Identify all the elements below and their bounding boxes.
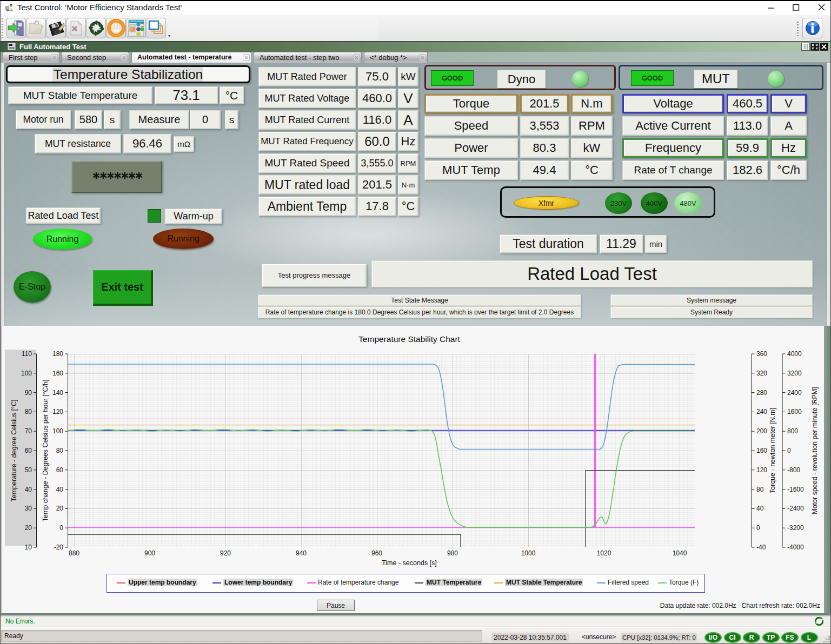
svg-text:70: 70 bbox=[25, 427, 32, 435]
svg-text:320: 320 bbox=[756, 370, 767, 377]
svg-text:800: 800 bbox=[787, 427, 798, 435]
svg-text:1020: 1020 bbox=[597, 549, 611, 557]
svg-text:40: 40 bbox=[756, 505, 764, 512]
svg-text:40: 40 bbox=[25, 486, 32, 493]
svg-text:Time - seconds [s]: Time - seconds [s] bbox=[382, 559, 437, 567]
svg-text:3200: 3200 bbox=[787, 370, 802, 377]
svg-text:80: 80 bbox=[25, 408, 32, 415]
svg-text:-20: -20 bbox=[54, 544, 64, 551]
svg-text:20: 20 bbox=[56, 505, 64, 512]
svg-text:60: 60 bbox=[25, 447, 32, 454]
svg-text:900: 900 bbox=[144, 549, 155, 557]
svg-text:960: 960 bbox=[371, 549, 382, 557]
svg-text:240: 240 bbox=[756, 408, 767, 415]
svg-text:1040: 1040 bbox=[673, 549, 687, 557]
svg-text:-4000: -4000 bbox=[787, 544, 804, 551]
svg-text:140: 140 bbox=[52, 389, 63, 397]
svg-text:160: 160 bbox=[52, 370, 63, 377]
svg-text:40: 40 bbox=[56, 486, 64, 493]
svg-text:-3200: -3200 bbox=[787, 524, 804, 532]
svg-text:980: 980 bbox=[447, 549, 458, 557]
svg-text:880: 880 bbox=[69, 549, 79, 557]
svg-text:Torque - newton meter [N.m]: Torque - newton meter [N.m] bbox=[769, 408, 776, 493]
svg-text:2400: 2400 bbox=[787, 389, 802, 397]
svg-text:0: 0 bbox=[756, 524, 760, 532]
svg-text:80: 80 bbox=[56, 447, 64, 454]
svg-text:60: 60 bbox=[56, 466, 64, 474]
svg-text:920: 920 bbox=[220, 549, 231, 557]
svg-text:940: 940 bbox=[296, 549, 307, 557]
svg-text:0: 0 bbox=[787, 447, 791, 454]
svg-text:-1600: -1600 bbox=[787, 486, 804, 493]
svg-text:1000: 1000 bbox=[521, 549, 536, 557]
svg-text:360: 360 bbox=[756, 350, 767, 358]
svg-text:100: 100 bbox=[52, 427, 63, 435]
svg-text:180: 180 bbox=[52, 350, 63, 358]
svg-text:-800: -800 bbox=[787, 466, 800, 474]
svg-text:1600: 1600 bbox=[787, 408, 802, 415]
svg-text:50: 50 bbox=[25, 466, 32, 474]
svg-text:120: 120 bbox=[52, 408, 63, 415]
svg-text:90: 90 bbox=[25, 389, 32, 397]
svg-text:200: 200 bbox=[756, 427, 767, 435]
svg-text:280: 280 bbox=[756, 389, 767, 397]
svg-text:Temp change - Degrees Celsius: Temp change - Degrees Celsius per hour [… bbox=[42, 380, 49, 522]
svg-text:110: 110 bbox=[22, 350, 32, 358]
svg-text:100: 100 bbox=[21, 370, 32, 377]
svg-text:80: 80 bbox=[756, 486, 764, 493]
svg-text:120: 120 bbox=[756, 466, 767, 474]
svg-text:30: 30 bbox=[25, 505, 32, 512]
svg-text:20: 20 bbox=[25, 524, 32, 532]
svg-text:-2400: -2400 bbox=[787, 505, 804, 512]
svg-text:Temperature - degree Celsius [: Temperature - degree Celsius [°C] bbox=[10, 399, 18, 501]
svg-text:0: 0 bbox=[59, 524, 63, 532]
svg-text:4000: 4000 bbox=[787, 350, 802, 358]
svg-text:160: 160 bbox=[756, 447, 767, 454]
svg-text:Motor speed - revolution per m: Motor speed - revolution per minute [RPM… bbox=[811, 387, 819, 514]
svg-text:-40: -40 bbox=[756, 544, 766, 551]
svg-text:10: 10 bbox=[25, 544, 32, 551]
